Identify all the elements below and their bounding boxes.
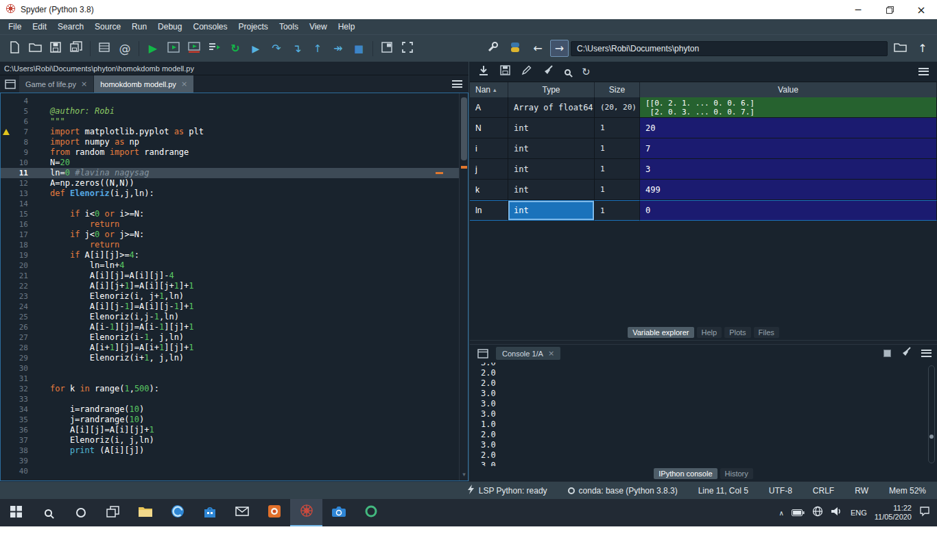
save-all-button[interactable] [66,38,86,59]
menu-consoles[interactable]: Consoles [187,22,233,32]
column-header-type[interactable]: Type [508,82,595,97]
code-line[interactable]: 11ln=0 #lavina nagysag [1,168,468,178]
save-button[interactable] [45,38,66,59]
anaconda-navigator-button[interactable] [355,499,387,526]
tab-files[interactable]: Files [754,327,779,338]
run-cell-button[interactable] [163,38,184,59]
console-scrollbar-thumb[interactable] [929,435,934,439]
code-line[interactable]: 25 Elenoriz(i,j-1,ln) [1,312,468,322]
tab-plots[interactable]: Plots [724,327,750,338]
console-output[interactable]: 3.02.02.03.03.03.01.02.03.02.03.03.02.02… [470,363,937,467]
code-line[interactable]: 37 Elenoriz(i, j,ln) [1,435,468,446]
code-line[interactable]: 20 ln=ln+4 [1,260,468,271]
code-line[interactable]: 26 A[i-1][j]=A[i-1][j]+1 [1,322,468,332]
code-line[interactable]: 40 [1,466,468,476]
run-selection-button[interactable] [204,38,225,59]
code-line[interactable]: 27 Elenoriz(i-1, j,ln) [1,332,468,343]
mail-button[interactable] [226,499,258,526]
language-indicator[interactable]: ENG [851,509,867,517]
code-line[interactable]: 35 j=randrange(10) [1,415,468,425]
taskbar-search-button[interactable] [32,499,64,526]
menu-file[interactable]: File [3,22,27,32]
rerun-cell-button[interactable]: ↻ [225,38,246,59]
code-line[interactable]: 10N=20 [1,158,468,168]
variable-row-j[interactable]: jint13 [470,159,937,180]
edge-button[interactable] [161,499,193,526]
code-line[interactable]: 34 i=randrange(10) [1,404,468,415]
editor-scrollbar[interactable]: ▾ [459,93,468,480]
menu-projects[interactable]: Projects [233,22,274,32]
file-explorer-button[interactable] [129,499,161,526]
tab-history[interactable]: History [720,468,753,479]
start-button[interactable] [0,499,32,526]
code-line[interactable]: 4 [1,96,468,106]
cortana-button[interactable] [64,499,97,526]
code-line[interactable]: 5@author: Robi [1,106,468,117]
code-line[interactable]: 22 A[i][j+1]=A[i][j+1]+1 [1,281,468,291]
column-header-nan[interactable]: Nan▴ [470,82,508,97]
refresh-button[interactable]: ↻ [582,66,591,78]
code-line[interactable]: 23 Elenoriz(i, j+1,ln) [1,291,468,302]
code-line[interactable]: 32for k in range(1,500): [1,384,468,394]
file-switcher-button[interactable] [94,38,115,59]
maximize-pane-button[interactable] [377,38,397,59]
close-console-icon[interactable]: × [548,349,554,358]
code-line[interactable]: 28 A[i+1][j]=A[i+1][j]+1 [1,343,468,353]
console-options-button[interactable] [921,348,932,360]
forward-button[interactable]: → [550,40,569,57]
menu-search[interactable]: Search [52,22,89,32]
debug-button[interactable]: ▶ [246,38,266,59]
editor-options-button[interactable] [448,80,466,88]
remove-variables-button[interactable] [543,65,554,79]
photos-button[interactable] [258,499,290,526]
code-line[interactable]: 17 if j<0 or j>=N: [1,230,468,240]
code-line[interactable]: 39 [1,456,468,466]
action-center-icon[interactable] [919,506,930,520]
code-line[interactable]: 18 return [1,240,468,250]
console-scrollbar[interactable] [928,365,935,464]
task-view-button[interactable] [97,499,129,526]
menu-debug[interactable]: Debug [152,22,187,32]
save-data-button[interactable] [500,65,510,78]
menu-run[interactable]: Run [126,22,152,32]
symbol-finder-button[interactable]: @ [115,38,135,59]
camera-button[interactable] [322,499,355,526]
tab-ipython-console[interactable]: IPython console [654,468,717,479]
editor-tab[interactable]: homokdomb modell.py× [94,75,194,93]
code-line[interactable]: 30 [1,363,468,374]
code-line[interactable]: 38 print (A[i][j]) [1,446,468,456]
search-variables-button[interactable] [565,66,571,78]
code-line[interactable]: 8import numpy as np [1,137,468,147]
import-data-button[interactable] [478,65,489,79]
spyder-taskbar-button[interactable] [290,499,322,526]
run-button[interactable]: ▶ [143,38,163,59]
menu-help[interactable]: Help [333,22,361,32]
code-line[interactable]: 33 [1,394,468,404]
open-file-button[interactable] [25,38,45,59]
code-line[interactable]: 19 if A[i][j]>=4: [1,250,468,260]
clock[interactable]: 11:22 11/05/2020 [875,504,912,522]
fullscreen-button[interactable] [397,38,418,59]
menu-tools[interactable]: Tools [274,22,304,32]
scrollbar-down-icon[interactable]: ▾ [460,470,468,480]
console-pane-icon[interactable] [475,349,490,358]
editor-tab[interactable]: Game of life.py× [19,75,94,93]
back-button[interactable]: ← [527,38,548,59]
menu-source[interactable]: Source [89,22,126,32]
menu-edit[interactable]: Edit [27,22,52,32]
code-line[interactable]: 14 [1,199,468,209]
tab-variable-explorer[interactable]: Variable explorer [628,327,693,338]
stop-debug-button[interactable]: ■ [348,38,369,59]
code-editor[interactable]: 45@author: Robi6"""7import matplotlib.py… [0,93,468,481]
battery-icon[interactable] [792,507,805,519]
code-line[interactable]: 16 return [1,219,468,230]
working-directory-input[interactable] [571,41,888,56]
run-cell-advance-button[interactable] [184,38,204,59]
code-line[interactable]: 24 A[i][j-1]=A[i][j-1]+1 [1,302,468,312]
code-line[interactable]: 29 Elenoriz(i+1, j,ln) [1,353,468,363]
open-directory-button[interactable] [890,38,910,59]
tab-help[interactable]: Help [697,327,722,338]
volume-icon[interactable] [831,507,843,519]
code-line[interactable]: 13def Elenoriz(i,j,ln): [1,188,468,199]
column-header-size[interactable]: Size [595,82,640,97]
